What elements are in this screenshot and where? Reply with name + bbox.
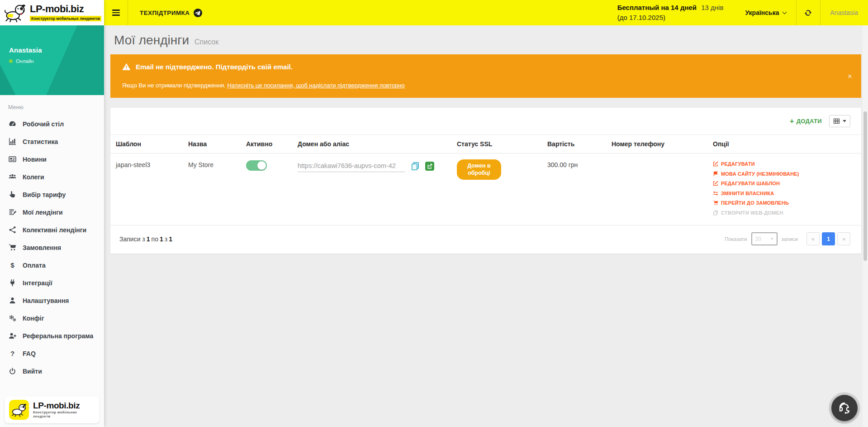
- scrollbar-thumb[interactable]: [863, 111, 867, 261]
- sidebar-item-config[interactable]: Конфіг: [0, 309, 104, 327]
- sidebar-item-label: Мої лендінги: [23, 209, 63, 216]
- sidebar-item-label: Вибір тарифу: [23, 191, 66, 198]
- sidebar-item-collective-landings[interactable]: Колективні лендінги: [0, 221, 104, 239]
- support-label: ТЕХПІДТРИМКА: [140, 10, 190, 16]
- plus-icon: +: [790, 117, 794, 125]
- power-icon: [8, 367, 17, 375]
- topbar-username[interactable]: Anastasia: [821, 0, 868, 25]
- sidebar-item-label: Вийти: [23, 368, 42, 375]
- warning-icon: [122, 63, 131, 71]
- sidebar-item-statistics[interactable]: Статистика: [0, 133, 104, 150]
- sidebar-item-orders[interactable]: Замовлення: [0, 239, 104, 256]
- option-edit-template[interactable]: РЕДАГУВАТИ ШАБЛОН: [713, 181, 856, 186]
- brand-title: LP-mobi.biz: [30, 4, 101, 14]
- banner-text-prefix: Якщо Ви не отримали підтвердження.: [122, 82, 228, 89]
- page-subtitle: Список: [194, 38, 218, 46]
- question-icon: ?: [8, 350, 17, 357]
- cell-phone: [606, 154, 707, 225]
- pagination-next-button[interactable]: »: [837, 232, 850, 245]
- close-icon[interactable]: ×: [848, 72, 852, 80]
- user-plus-icon: [8, 332, 17, 340]
- copy-icon[interactable]: [411, 162, 420, 171]
- column-header-ssl[interactable]: Статус SSL: [451, 135, 542, 154]
- grid-icon: [833, 118, 840, 125]
- cell-name: My Store: [183, 154, 241, 225]
- column-header-name[interactable]: Назва: [183, 135, 241, 154]
- records-label: записи: [782, 236, 798, 242]
- sidebar-item-tariff[interactable]: Вибір тарифу: [0, 186, 104, 203]
- column-header-phone[interactable]: Номер телефону: [606, 135, 707, 154]
- menu-section-label: Меню: [0, 101, 104, 115]
- column-header-active[interactable]: Активно: [241, 135, 292, 154]
- sidebar-item-settings[interactable]: Налаштування: [0, 292, 104, 309]
- landings-table: Шаблон Назва Активно Домен або аліас Ста…: [110, 134, 861, 225]
- hamburger-menu-button[interactable]: [104, 0, 128, 25]
- column-header-options[interactable]: Опції: [707, 135, 861, 154]
- share-icon: [8, 226, 17, 234]
- online-status-dot: [9, 59, 13, 63]
- sidebar-item-label: Новини: [23, 156, 47, 163]
- cart-icon: [8, 244, 17, 251]
- sidebar-item-colleagues[interactable]: Колеги: [0, 168, 104, 186]
- support-button[interactable]: ТЕХПІДТРИМКА: [128, 0, 214, 25]
- banner-title-text: Email не підтверджено. Підтвердіть свій …: [136, 63, 293, 71]
- external-link-icon[interactable]: [425, 162, 434, 171]
- dog-logo-icon: [4, 3, 27, 23]
- main-menu: Меню Робочий стіл Статистика Новини Коле…: [0, 95, 104, 427]
- option-site-language[interactable]: МОВА САЙТУ (НЕЗМІНЮВАНЕ): [713, 171, 856, 177]
- chevron-down-icon: [771, 238, 773, 240]
- dashboard-icon: [8, 120, 17, 128]
- sidebar-item-payment[interactable]: $ Оплата: [0, 256, 104, 274]
- show-label: Показати: [725, 236, 747, 242]
- page-size-select[interactable]: 20: [751, 232, 778, 245]
- brand-tagline: Конструктор мобільних лендінгів: [33, 410, 95, 418]
- column-header-price[interactable]: Вартість: [542, 135, 606, 154]
- sidebar-item-integrations[interactable]: Інтеграції: [0, 274, 104, 292]
- add-landing-button[interactable]: + ДОДАТИ: [790, 117, 822, 125]
- sidebar-item-label: Налаштування: [23, 297, 69, 304]
- sidebar-item-referral[interactable]: Реферальна програма: [0, 327, 104, 345]
- sidebar-item-dashboard[interactable]: Робочий стіл: [0, 115, 104, 133]
- sidebar-item-label: Реферальна програма: [23, 332, 93, 340]
- sidebar-item-faq[interactable]: ? FAQ: [0, 345, 104, 362]
- landings-card: + ДОДАТИ Шаблон Назва Активно: [110, 108, 861, 254]
- active-toggle[interactable]: [246, 160, 267, 171]
- option-go-to-orders[interactable]: ПЕРЕЙТИ ДО ЗАМОВЛЕНЬ: [713, 200, 856, 206]
- domain-input[interactable]: [298, 161, 405, 172]
- sidebar-item-my-landings[interactable]: Мої лендінги: [0, 203, 104, 221]
- trial-until-date: (до 17.10.2025): [617, 13, 724, 23]
- sidebar-brand-card[interactable]: LP-mobi.biz Конструктор мобільних лендін…: [5, 396, 100, 423]
- pagination-prev-button[interactable]: «: [806, 232, 820, 245]
- option-create-web-domain[interactable]: СТВОРИТИ WEB-ДОМЕН: [713, 210, 856, 216]
- landings-icon: [8, 208, 17, 216]
- sidebar-item-label: Замовлення: [23, 244, 61, 251]
- sidebar-item-label: Оплата: [23, 262, 46, 269]
- topbar: ТЕХПІДТРИМКА Бесплатный на 14 дней 13 дн…: [104, 0, 868, 25]
- refresh-button[interactable]: [797, 0, 820, 25]
- resend-confirmation-link[interactable]: Натисніть це посилання, щоб надіслати пі…: [228, 82, 405, 89]
- sidebar-item-label: FAQ: [23, 350, 36, 357]
- cell-price: 300.00 грн: [542, 154, 606, 225]
- sidebar-item-label: Інтеграції: [23, 279, 52, 287]
- support-chat-button[interactable]: [831, 395, 858, 421]
- user-panel: Anastasia Онлайн: [0, 25, 104, 95]
- sidebar-item-label: Конфіг: [23, 315, 44, 322]
- sidebar-item-news[interactable]: Новини: [0, 150, 104, 168]
- option-edit[interactable]: РЕДАГУВАТИ: [713, 161, 856, 167]
- cart-icon: [713, 200, 718, 206]
- chevron-down-icon: [843, 120, 846, 122]
- table-row: japan-steel3 My Store: [110, 154, 861, 225]
- option-change-owner[interactable]: ЗМІНИТИ ВЛАСНИКА: [713, 191, 856, 196]
- dog-logo-icon: [9, 400, 29, 420]
- column-visibility-button[interactable]: [829, 115, 850, 127]
- pagination-page-1[interactable]: 1: [822, 232, 835, 245]
- column-header-template[interactable]: Шаблон: [110, 135, 183, 154]
- sidebar-item-logout[interactable]: Вийти: [0, 362, 104, 380]
- brand-header[interactable]: LP-mobi.biz Конструктор мобильных лендин…: [0, 0, 104, 25]
- cogs-icon: [8, 314, 17, 322]
- column-header-domain[interactable]: Домен або аліас: [292, 135, 451, 154]
- email-warning-banner: Email не підтверджено. Підтвердіть свій …: [110, 54, 861, 98]
- add-button-label: ДОДАТИ: [797, 118, 822, 125]
- vertical-scrollbar[interactable]: [863, 25, 868, 427]
- language-selector[interactable]: Українська: [735, 0, 796, 25]
